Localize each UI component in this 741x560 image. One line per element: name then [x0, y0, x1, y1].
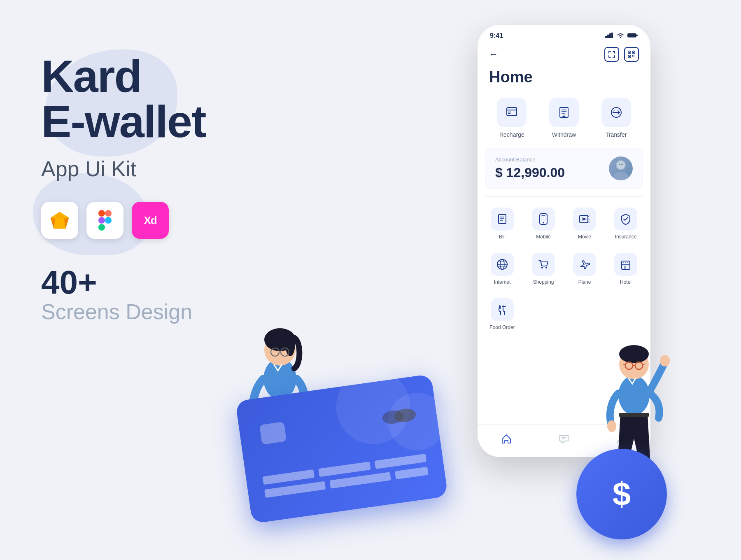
balance-card: Account Balance $ 12,990.00: [485, 148, 643, 189]
card-num-2: [319, 462, 371, 477]
service-hotel[interactable]: Hotel: [605, 246, 646, 292]
insurance-label: Insurance: [615, 234, 637, 240]
transfer-label: Transfer: [606, 131, 627, 138]
svg-point-40: [621, 163, 623, 165]
plane-label: Plane: [578, 279, 591, 285]
svg-rect-8: [98, 217, 105, 224]
service-bill[interactable]: Bill: [482, 201, 523, 246]
internet-label: Internet: [494, 279, 511, 285]
xd-icon: Xd: [132, 202, 169, 239]
service-movie[interactable]: Movie: [564, 201, 605, 246]
svg-rect-10: [98, 224, 105, 231]
service-mobile[interactable]: Mobile: [523, 201, 564, 246]
svg-rect-94: [619, 413, 649, 417]
quick-actions: Recharge Withdraw: [478, 93, 650, 148]
svg-rect-21: [633, 52, 634, 53]
internet-icon: [491, 253, 514, 276]
count-label: 40+: [41, 264, 280, 301]
svg-point-47: [543, 222, 544, 224]
balance-info: Account Balance $ 12,990.00: [495, 156, 565, 180]
figma-icon: [86, 202, 124, 239]
svg-rect-62: [623, 262, 624, 263]
battery-icon: [627, 33, 638, 40]
qr-icon[interactable]: [624, 47, 639, 62]
svg-rect-20: [629, 52, 630, 53]
card-num-5: [329, 472, 391, 488]
movie-label: Movie: [578, 234, 591, 240]
svg-point-58: [541, 267, 543, 268]
status-icons: [605, 33, 638, 40]
svg-rect-28: [507, 109, 517, 111]
svg-point-90: [607, 420, 616, 432]
recharge-label: Recharge: [499, 131, 524, 138]
hotel-label: Hotel: [620, 279, 631, 285]
svg-rect-41: [499, 215, 506, 224]
card-num-6: [395, 467, 429, 479]
svg-rect-24: [634, 55, 634, 56]
shopping-icon: [532, 253, 555, 276]
card-num-4: [264, 481, 326, 498]
svg-rect-11: [605, 36, 607, 38]
svg-rect-14: [611, 33, 613, 38]
svg-rect-23: [632, 55, 633, 56]
svg-rect-16: [636, 35, 638, 36]
svg-rect-13: [609, 33, 611, 38]
svg-marker-49: [583, 217, 587, 221]
svg-rect-22: [629, 56, 630, 57]
svg-rect-27: [507, 107, 517, 116]
recharge-icon: [497, 98, 527, 127]
action-recharge[interactable]: Recharge: [497, 98, 527, 138]
svg-rect-12: [607, 35, 609, 38]
svg-rect-26: [634, 56, 634, 57]
card-num-1: [263, 469, 315, 485]
mobile-icon: [532, 208, 555, 231]
card-num-3: [374, 454, 426, 469]
svg-rect-15: [627, 33, 636, 37]
withdraw-label: Withdraw: [552, 131, 576, 138]
mobile-label: Mobile: [536, 234, 550, 240]
nav-home[interactable]: [501, 434, 512, 444]
svg-point-38: [617, 161, 625, 169]
svg-point-91: [660, 355, 670, 366]
bill-label: Bill: [499, 234, 506, 240]
action-transfer[interactable]: Transfer: [601, 98, 631, 138]
svg-point-84: [619, 345, 649, 363]
sketch-icon: [41, 202, 78, 239]
transfer-icon: [601, 98, 631, 127]
insurance-icon: [614, 208, 637, 231]
service-food[interactable]: Food Order: [482, 292, 523, 337]
brand-subtitle: App Ui Kit: [41, 156, 280, 181]
service-internet[interactable]: Internet: [482, 246, 523, 292]
svg-rect-63: [625, 262, 626, 263]
nav-chat[interactable]: [559, 434, 569, 444]
app-header: ←: [478, 44, 650, 65]
back-button[interactable]: ←: [489, 49, 498, 60]
food-label: Food Order: [489, 324, 515, 330]
svg-point-37: [613, 172, 628, 180]
svg-rect-61: [624, 266, 626, 269]
svg-rect-64: [627, 262, 628, 263]
card-chip: [259, 422, 287, 445]
page-title: Home: [478, 65, 650, 93]
shopping-label: Shopping: [533, 279, 554, 285]
service-plane[interactable]: Plane: [564, 246, 605, 292]
svg-rect-25: [632, 56, 633, 57]
food-icon: [491, 298, 514, 321]
wifi-icon: [617, 33, 624, 40]
status-bar: 9:41: [478, 25, 650, 44]
brand-title-line2: E-wallet: [41, 99, 280, 144]
svg-rect-7: [105, 210, 112, 217]
service-insurance[interactable]: Insurance: [605, 201, 646, 246]
scan-icon[interactable]: [604, 47, 619, 62]
svg-point-59: [545, 267, 547, 268]
signal-icon: [605, 33, 613, 40]
brand-title-line1: Kard: [41, 54, 280, 99]
status-time: 9:41: [490, 32, 503, 40]
service-shopping[interactable]: Shopping: [523, 246, 564, 292]
movie-icon: [573, 208, 596, 231]
user-avatar: [609, 156, 633, 180]
action-withdraw[interactable]: Withdraw: [549, 98, 579, 138]
svg-rect-6: [98, 210, 105, 217]
balance-amount: $ 12,990.00: [495, 165, 565, 180]
dollar-coin: $: [576, 449, 667, 539]
